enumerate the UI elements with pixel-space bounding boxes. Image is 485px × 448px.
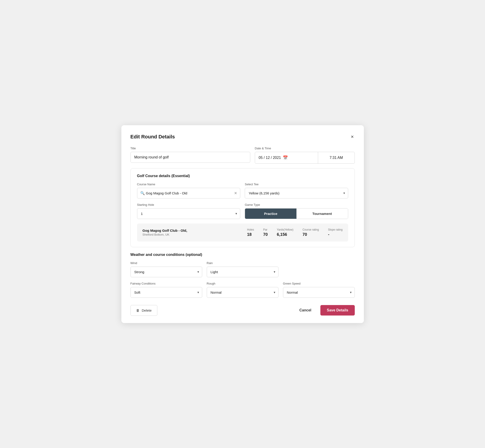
tournament-button[interactable]: Tournament <box>297 208 348 219</box>
rough-group: Rough Short Normal Long ▾ <box>207 282 278 298</box>
clear-icon[interactable]: ✕ <box>234 191 237 195</box>
spacer <box>283 261 355 277</box>
title-label: Title <box>130 147 250 150</box>
slope-rating-stat: Slope rating - <box>328 228 342 237</box>
modal-header: Edit Round Details × <box>130 133 355 140</box>
course-info-name-text: Gog Magog Golf Club - Old, <box>143 229 247 232</box>
course-rating-stat: Course rating 70 <box>302 228 319 237</box>
close-button[interactable]: × <box>350 133 355 140</box>
date-time-field: 05 / 12 / 2021 📅 7:31 AM <box>255 152 355 164</box>
course-name-input[interactable] <box>137 188 241 199</box>
footer-row: 🗑 Delete Cancel Save Details <box>130 303 355 316</box>
fairway-group: Fairway Conditions Dry Normal Soft Wet ▾ <box>130 282 202 298</box>
cancel-button[interactable]: Cancel <box>296 305 315 315</box>
golf-section-title: Golf Course details (Essential) <box>137 174 348 178</box>
green-speed-dropdown[interactable]: Slow Normal Fast Very Fast <box>283 287 355 298</box>
starting-hole-label: Starting Hole <box>137 203 241 207</box>
weather-section: Weather and course conditions (optional)… <box>130 253 355 298</box>
course-rating-label: Course rating <box>302 228 319 231</box>
rough-label: Rough <box>207 282 278 285</box>
holes-label: Holes <box>247 228 254 231</box>
title-group: Title <box>130 147 250 164</box>
hole-gametype-row: Starting Hole 1 2 10 ▾ Game Type Practic… <box>137 203 348 219</box>
starting-hole-dropdown[interactable]: 1 2 10 <box>137 208 241 219</box>
game-type-toggle: Practice Tournament <box>245 208 348 219</box>
footer-right: Cancel Save Details <box>296 305 355 315</box>
course-info-box: Gog Magog Golf Club - Old, Shelford Bott… <box>137 224 348 241</box>
wind-rain-row: Wind Calm Light Moderate Strong Very Str… <box>130 261 355 277</box>
course-tee-row: Course Name 🔍 ✕ Select Tee Yellow (6,156… <box>137 183 348 199</box>
rain-label: Rain <box>207 261 278 265</box>
title-datetime-row: Title Date & Time 05 / 12 / 2021 📅 7:31 … <box>130 147 355 164</box>
delete-label: Delete <box>142 308 152 312</box>
weather-title: Weather and course conditions (optional) <box>130 253 355 257</box>
fairway-wrapper: Dry Normal Soft Wet ▾ <box>130 287 202 298</box>
green-speed-label: Green Speed <box>283 282 355 285</box>
yards-value: 6,156 <box>277 232 287 237</box>
fairway-dropdown[interactable]: Dry Normal Soft Wet <box>130 287 202 298</box>
course-stats: Holes 18 Par 70 Yards(Yellow) 6,156 Cour… <box>247 228 343 237</box>
par-value: 70 <box>263 232 268 237</box>
date-value: 05 / 12 / 2021 <box>259 156 281 160</box>
save-button[interactable]: Save Details <box>320 305 355 315</box>
course-info-location: Shelford Bottom, UK <box>143 233 247 236</box>
time-value: 7:31 AM <box>330 156 343 160</box>
course-info-name: Gog Magog Golf Club - Old, Shelford Bott… <box>143 229 247 236</box>
slope-rating-label: Slope rating <box>328 228 342 231</box>
course-name-wrapper: 🔍 ✕ <box>137 188 241 199</box>
starting-hole-group: Starting Hole 1 2 10 ▾ <box>137 203 241 219</box>
modal-title: Edit Round Details <box>130 134 175 140</box>
holes-stat: Holes 18 <box>247 228 254 237</box>
golf-course-section: Golf Course details (Essential) Course N… <box>130 168 355 247</box>
holes-value: 18 <box>247 232 252 237</box>
green-speed-wrapper: Slow Normal Fast Very Fast ▾ <box>283 287 355 298</box>
fairway-rough-green-row: Fairway Conditions Dry Normal Soft Wet ▾… <box>130 282 355 298</box>
slope-rating-value: - <box>328 232 329 237</box>
rain-dropdown[interactable]: None Light Moderate Heavy <box>207 267 278 277</box>
yards-stat: Yards(Yellow) 6,156 <box>277 228 293 237</box>
rough-wrapper: Short Normal Long ▾ <box>207 287 278 298</box>
datetime-group: Date & Time 05 / 12 / 2021 📅 7:31 AM <box>255 147 355 164</box>
course-rating-value: 70 <box>302 232 307 237</box>
search-icon: 🔍 <box>140 191 145 195</box>
yards-label: Yards(Yellow) <box>277 228 293 231</box>
practice-button[interactable]: Practice <box>245 208 297 219</box>
wind-label: Wind <box>130 261 202 265</box>
datetime-label: Date & Time <box>255 147 355 150</box>
select-tee-wrapper: Yellow (6,156 yards) ▾ <box>245 188 348 199</box>
select-tee-label: Select Tee <box>245 183 348 186</box>
rain-wrapper: None Light Moderate Heavy ▾ <box>207 267 278 277</box>
select-tee-dropdown[interactable]: Yellow (6,156 yards) <box>245 188 348 199</box>
par-stat: Par 70 <box>263 228 268 237</box>
rough-dropdown[interactable]: Short Normal Long <box>207 287 278 298</box>
starting-hole-wrapper: 1 2 10 ▾ <box>137 208 241 219</box>
game-type-label: Game Type <box>245 203 348 207</box>
fairway-label: Fairway Conditions <box>130 282 202 285</box>
green-speed-group: Green Speed Slow Normal Fast Very Fast ▾ <box>283 282 355 298</box>
wind-wrapper: Calm Light Moderate Strong Very Strong ▾ <box>130 267 202 277</box>
calendar-icon: 📅 <box>283 155 288 160</box>
par-label: Par <box>263 228 267 231</box>
select-tee-group: Select Tee Yellow (6,156 yards) ▾ <box>245 183 348 199</box>
game-type-group: Game Type Practice Tournament <box>245 203 348 219</box>
delete-button[interactable]: 🗑 Delete <box>130 305 157 316</box>
wind-group: Wind Calm Light Moderate Strong Very Str… <box>130 261 202 277</box>
course-name-group: Course Name 🔍 ✕ <box>137 183 241 199</box>
course-name-label: Course Name <box>137 183 241 186</box>
title-input[interactable] <box>130 152 250 163</box>
trash-icon: 🗑 <box>136 308 140 312</box>
rain-group: Rain None Light Moderate Heavy ▾ <box>207 261 278 277</box>
edit-round-modal: Edit Round Details × Title Date & Time 0… <box>121 125 364 323</box>
wind-dropdown[interactable]: Calm Light Moderate Strong Very Strong <box>130 267 202 277</box>
date-field[interactable]: 05 / 12 / 2021 📅 <box>255 152 318 163</box>
time-field[interactable]: 7:31 AM <box>318 152 355 163</box>
